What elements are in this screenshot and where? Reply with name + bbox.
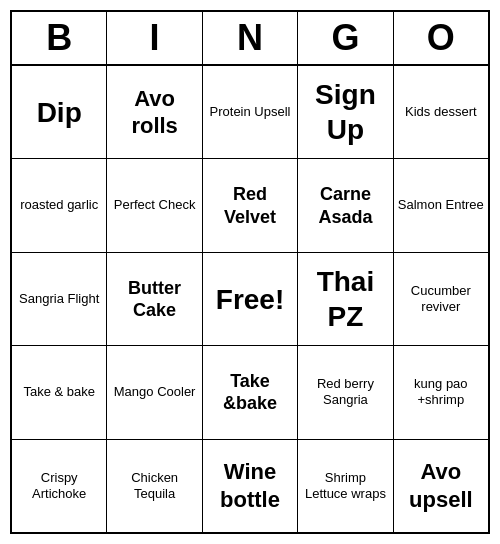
bingo-cell: Kids dessert bbox=[394, 66, 488, 158]
bingo-cell: Take & bake bbox=[12, 346, 107, 438]
bingo-cell: Perfect Check bbox=[107, 159, 202, 251]
bingo-cell: roasted garlic bbox=[12, 159, 107, 251]
bingo-cell: Avo rolls bbox=[107, 66, 202, 158]
bingo-cell: Protein Upsell bbox=[203, 66, 298, 158]
bingo-card: BINGO DipAvo rollsProtein UpsellSign UpK… bbox=[10, 10, 490, 534]
bingo-cell: Butter Cake bbox=[107, 253, 202, 345]
bingo-cell: Dip bbox=[12, 66, 107, 158]
bingo-cell: Sign Up bbox=[298, 66, 393, 158]
bingo-cell: Take &bake bbox=[203, 346, 298, 438]
bingo-cell: Carne Asada bbox=[298, 159, 393, 251]
bingo-cell: Chicken Tequila bbox=[107, 440, 202, 532]
header-letter: I bbox=[107, 12, 202, 64]
bingo-cell: Cucumber reviver bbox=[394, 253, 488, 345]
bingo-cell: Red Velvet bbox=[203, 159, 298, 251]
header-letter: N bbox=[203, 12, 298, 64]
bingo-cell: Crispy Artichoke bbox=[12, 440, 107, 532]
header-letter: G bbox=[298, 12, 393, 64]
bingo-cell: Shrimp Lettuce wraps bbox=[298, 440, 393, 532]
bingo-cell: Thai PZ bbox=[298, 253, 393, 345]
bingo-cell: kung pao +shrimp bbox=[394, 346, 488, 438]
header-letter: O bbox=[394, 12, 488, 64]
header-row: BINGO bbox=[12, 12, 488, 66]
bingo-cell: Sangria Flight bbox=[12, 253, 107, 345]
bingo-cell: Avo upsell bbox=[394, 440, 488, 532]
bingo-grid: DipAvo rollsProtein UpsellSign UpKids de… bbox=[12, 66, 488, 532]
bingo-row: roasted garlicPerfect CheckRed VelvetCar… bbox=[12, 159, 488, 252]
bingo-cell: Salmon Entree bbox=[394, 159, 488, 251]
bingo-cell: Mango Cooler bbox=[107, 346, 202, 438]
bingo-row: DipAvo rollsProtein UpsellSign UpKids de… bbox=[12, 66, 488, 159]
header-letter: B bbox=[12, 12, 107, 64]
bingo-row: Take & bakeMango CoolerTake &bakeRed ber… bbox=[12, 346, 488, 439]
bingo-cell: Free! bbox=[203, 253, 298, 345]
bingo-cell: Red berry Sangria bbox=[298, 346, 393, 438]
bingo-row: Sangria FlightButter CakeFree!Thai PZCuc… bbox=[12, 253, 488, 346]
bingo-cell: Wine bottle bbox=[203, 440, 298, 532]
bingo-row: Crispy ArtichokeChicken TequilaWine bott… bbox=[12, 440, 488, 532]
